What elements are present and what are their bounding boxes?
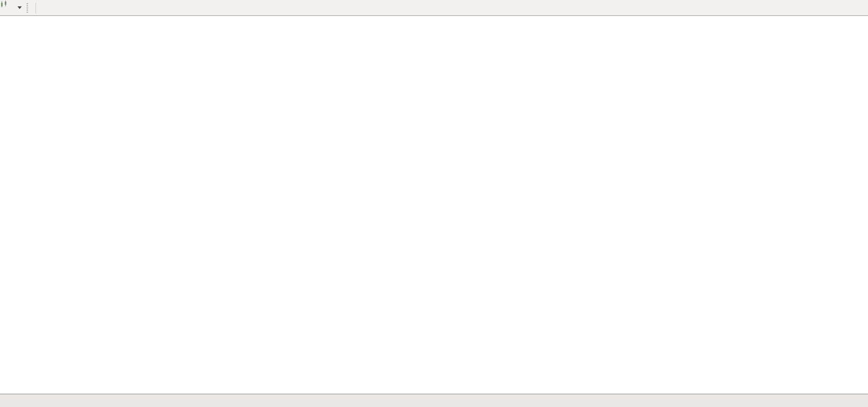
toolbar-grip[interactable] xyxy=(27,3,28,13)
chart-tab-bar xyxy=(0,394,868,407)
toolbar-separator xyxy=(36,3,36,13)
chart-tool-icon xyxy=(0,0,8,8)
top-toolbar xyxy=(0,0,868,16)
price-chart xyxy=(0,16,868,394)
chart-tool-button[interactable] xyxy=(2,2,16,14)
chevron-down-icon[interactable] xyxy=(16,2,23,14)
